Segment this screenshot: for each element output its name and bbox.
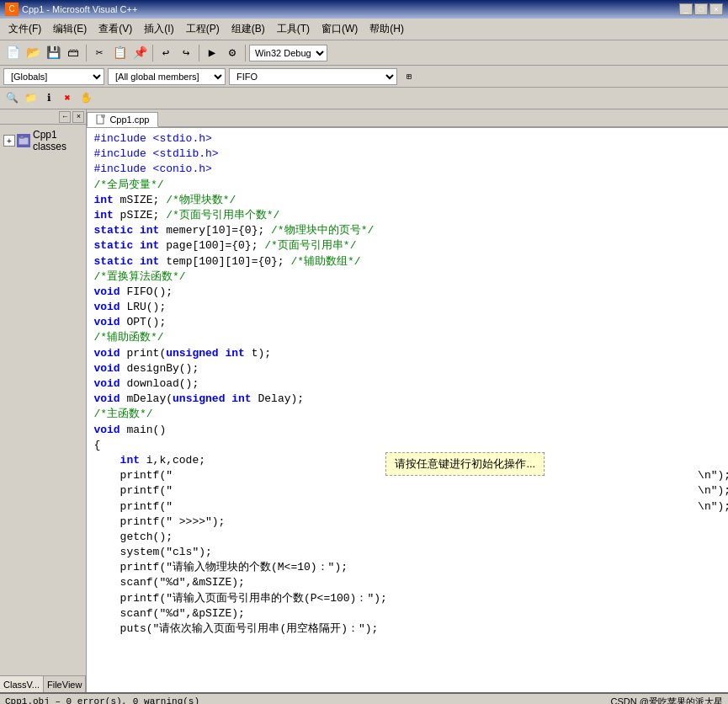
main-area: ← × + Cpp1 classes ClassV... FileView bbox=[0, 109, 728, 692]
tab-fileview[interactable]: FileView bbox=[44, 676, 86, 692]
tooltip-text: 请按任意键进行初始化操作... bbox=[395, 457, 535, 470]
code-line: /*全局变量*/ bbox=[93, 178, 728, 193]
open-button[interactable]: 📂 bbox=[24, 44, 42, 62]
config-dropdown[interactable]: Win32 Debug bbox=[249, 45, 327, 61]
sep4 bbox=[245, 45, 246, 61]
tab-classview[interactable]: ClassV... bbox=[0, 676, 44, 692]
compile-button[interactable]: ▶ bbox=[203, 44, 221, 62]
code-line: void FIFO(); bbox=[93, 285, 728, 300]
copy-button[interactable]: 📋 bbox=[110, 44, 129, 62]
sidebar: ← × + Cpp1 classes ClassV... FileView bbox=[0, 109, 87, 692]
code-line: #include <conio.h> bbox=[93, 162, 728, 177]
editor-tab-bar: Cpp1.cpp bbox=[87, 109, 728, 128]
close-button[interactable]: × bbox=[709, 3, 723, 15]
menu-file[interactable]: 文件(F) bbox=[3, 20, 46, 38]
tree-item-label: Cpp1 classes bbox=[33, 129, 82, 152]
code-line: scanf("%d",&pSIZE); bbox=[93, 606, 728, 621]
toolbar-small: 🔍 📁 ℹ ✖ ✋ bbox=[0, 88, 728, 109]
tree-item-cpp1[interactable]: + Cpp1 classes bbox=[3, 128, 82, 153]
menu-build[interactable]: 组建(B) bbox=[226, 20, 270, 38]
code-line: { bbox=[93, 438, 728, 453]
code-line: int pSIZE; /*页面号引用串个数*/ bbox=[93, 208, 728, 223]
sep2 bbox=[152, 45, 153, 61]
compile-status: Cpp1.obj – 0 error(s), 0 warning(s) bbox=[5, 696, 199, 704]
new-button[interactable]: 📄 bbox=[3, 44, 22, 62]
tooltip-box: 请按任意键进行初始化操作... bbox=[385, 452, 545, 476]
code-line: system("cls"); bbox=[93, 545, 728, 560]
menu-help[interactable]: 帮助(H) bbox=[364, 20, 409, 38]
status-bar-bottom: Cpp1.obj – 0 error(s), 0 warning(s) CSDN… bbox=[0, 692, 728, 704]
sidebar-close-btn[interactable]: × bbox=[72, 111, 84, 123]
editor-tab-cpp1[interactable]: Cpp1.cpp bbox=[87, 112, 158, 127]
window-controls: _ □ × bbox=[679, 3, 723, 15]
file-view-btn[interactable]: 📁 bbox=[22, 90, 39, 107]
info-btn[interactable]: ℹ bbox=[40, 90, 57, 107]
class-view-btn[interactable]: 🔍 bbox=[3, 90, 20, 107]
paste-button[interactable]: 📌 bbox=[130, 44, 149, 62]
code-line: void designBy(); bbox=[93, 361, 728, 376]
menu-edit[interactable]: 编辑(E) bbox=[48, 20, 92, 38]
code-line: scanf("%d",&mSIZE); bbox=[93, 575, 728, 590]
code-line: void main() bbox=[93, 423, 728, 438]
save-button[interactable]: 💾 bbox=[44, 44, 62, 62]
menu-insert[interactable]: 插入(I) bbox=[139, 20, 178, 38]
redo-button[interactable]: ↪ bbox=[177, 44, 195, 62]
minimize-button[interactable]: _ bbox=[679, 3, 693, 15]
cut-button[interactable]: ✂ bbox=[90, 44, 109, 62]
globals-dropdown[interactable]: [Globals] bbox=[3, 68, 104, 85]
code-line: /*置换算法函数*/ bbox=[93, 269, 728, 285]
sidebar-pin-btn[interactable]: ← bbox=[59, 111, 71, 123]
code-line: /*辅助函数*/ bbox=[93, 330, 728, 345]
sep3 bbox=[199, 45, 199, 61]
code-line: static int temp[100][10]={0}; /*辅助数组*/ bbox=[93, 254, 728, 269]
code-line: #include <stdio.h> bbox=[93, 131, 728, 147]
hand-btn[interactable]: ✋ bbox=[77, 90, 94, 107]
svg-rect-3 bbox=[102, 115, 104, 117]
sidebar-content: + Cpp1 classes bbox=[0, 125, 86, 675]
menu-view[interactable]: 查看(V) bbox=[93, 20, 137, 38]
title-bar: C Cpp1 - Microsoft Visual C++ _ □ × bbox=[0, 0, 728, 19]
code-line: /*主函数*/ bbox=[93, 407, 728, 422]
menu-bar: 文件(F) 编辑(E) 查看(V) 插入(I) 工程(P) 组建(B) 工具(T… bbox=[0, 19, 728, 40]
code-line: void OPT(); bbox=[93, 315, 728, 330]
nav-btn[interactable]: ⊞ bbox=[401, 68, 417, 85]
undo-button[interactable]: ↩ bbox=[157, 44, 175, 62]
members-dropdown[interactable]: [All global members] bbox=[108, 68, 226, 85]
code-line: printf(" \n"); bbox=[93, 483, 728, 499]
code-line: void mDelay(unsigned int Delay); bbox=[93, 392, 728, 407]
code-line: printf("请输入页面号引用串的个数(P<=100)："); bbox=[93, 591, 728, 606]
tree-class-icon bbox=[17, 134, 30, 147]
code-line: printf("请输入物理块的个数(M<=10)："); bbox=[93, 560, 728, 575]
tree-expand-icon[interactable]: + bbox=[3, 135, 15, 147]
svg-rect-1 bbox=[20, 136, 24, 138]
app-icon: C bbox=[5, 3, 19, 16]
watermark: CSDN @爱吃苹果的派大星 bbox=[611, 696, 723, 705]
code-line: int mSIZE; /*物理块数*/ bbox=[93, 193, 728, 208]
editor-area: Cpp1.cpp #include <stdio.h> #include <st… bbox=[87, 109, 728, 692]
code-line: getch(); bbox=[93, 530, 728, 545]
editor-scroll[interactable]: #include <stdio.h> #include <stdlib.h> #… bbox=[87, 128, 728, 692]
cpp-file-icon bbox=[96, 115, 106, 125]
code-line: puts("请依次输入页面号引用串(用空格隔开)："); bbox=[93, 621, 728, 637]
toolbar-main: 📄 📂 💾 🗃 ✂ 📋 📌 ↩ ↪ ▶ ⚙ Win32 Debug bbox=[0, 40, 728, 66]
editor-tab-label: Cpp1.cpp bbox=[109, 115, 149, 125]
sep1 bbox=[86, 45, 87, 61]
sidebar-tabs: ClassV... FileView bbox=[0, 675, 86, 692]
code-line: static int page[100]={0}; /*页面号引用串*/ bbox=[93, 238, 728, 253]
maximize-button[interactable]: □ bbox=[694, 3, 708, 15]
save-all-button[interactable]: 🗃 bbox=[64, 44, 82, 62]
code-line: void download(); bbox=[93, 376, 728, 392]
code-line: printf(" >>>>"); bbox=[93, 515, 728, 530]
code-line: static int memery[10]={0}; /*物理块中的页号*/ bbox=[93, 223, 728, 238]
menu-tools[interactable]: 工具(T) bbox=[272, 20, 315, 38]
build-button[interactable]: ⚙ bbox=[223, 44, 242, 62]
sidebar-header: ← × bbox=[0, 109, 86, 125]
title-text: Cpp1 - Microsoft Visual C++ bbox=[22, 4, 137, 14]
menu-window[interactable]: 窗口(W) bbox=[316, 20, 363, 38]
code-line: #include <stdlib.h> bbox=[93, 147, 728, 162]
fifo-dropdown[interactable]: FIFO bbox=[229, 68, 397, 85]
code-line: void LRU(); bbox=[93, 300, 728, 315]
error-btn[interactable]: ✖ bbox=[59, 90, 76, 107]
menu-project[interactable]: 工程(P) bbox=[181, 20, 225, 38]
code-line: void print(unsigned int t); bbox=[93, 346, 728, 361]
